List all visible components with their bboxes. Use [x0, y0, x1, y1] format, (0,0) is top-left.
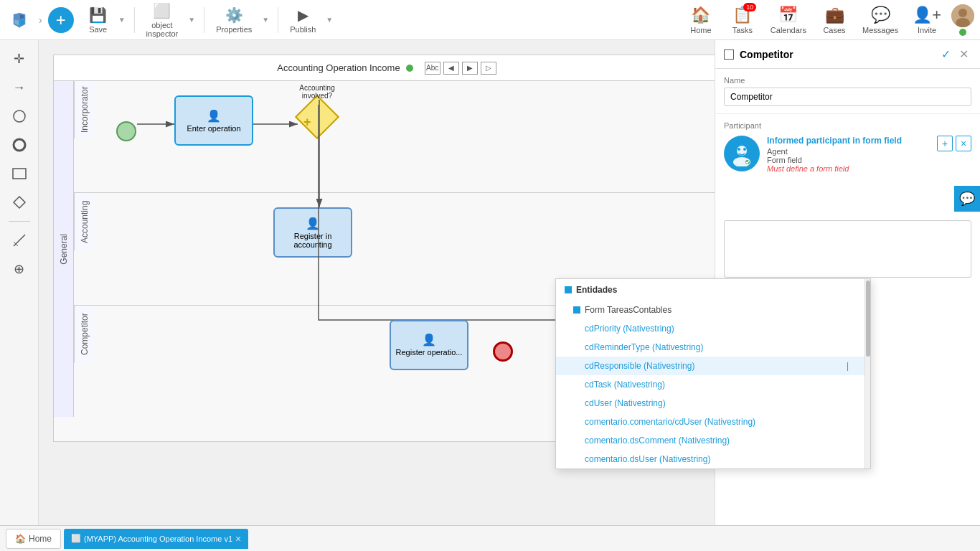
- rp-participant-card: Informed participant in form field Agent…: [724, 136, 971, 173]
- properties-dropdown-arrow: ▼: [262, 16, 269, 24]
- nav-tasks[interactable]: 📋10 Tasks: [725, 3, 760, 37]
- bottom-tab-close[interactable]: ×: [235, 533, 241, 545]
- rp-header: Competitor ✓ ✕: [715, 40, 980, 69]
- save-button[interactable]: 💾 Save: [83, 3, 114, 37]
- svg-rect-5: [13, 169, 26, 179]
- participant-field-label: Form field: [767, 156, 930, 164]
- user-avatar[interactable]: [951, 4, 974, 27]
- rp-description-textarea[interactable]: [724, 220, 971, 278]
- nav-cases[interactable]: 💼 Cases: [816, 3, 852, 37]
- rp-comment-area: 💬: [715, 186, 980, 215]
- bottom-home-button[interactable]: 🏠 Home: [6, 529, 61, 549]
- save-dropdown-arrow: ▼: [118, 16, 126, 24]
- participant-remove-icon[interactable]: ×: [956, 136, 971, 151]
- tool-line[interactable]: [6, 227, 32, 253]
- save-dropdown[interactable]: ▼: [114, 14, 128, 25]
- dm-item-cduser[interactable]: cdUser (Nativestring): [556, 394, 870, 413]
- lane-incorporator: Incorporator: [74, 81, 715, 193]
- participant-error: Must define a form field: [767, 164, 930, 173]
- register-operatio-icon: 👤: [422, 333, 436, 347]
- end-event[interactable]: [493, 342, 513, 362]
- dm-subsection-form[interactable]: Form TareasContables: [556, 301, 870, 319]
- gateway-label: Accounting involved?: [298, 84, 336, 100]
- svg-point-17: [737, 146, 747, 156]
- dropdown-scrollbar-thumb: [866, 281, 870, 357]
- diagram-header-icons: Abc ◀ ▶ ▷: [425, 62, 496, 75]
- properties-dropdown[interactable]: ▼: [258, 14, 272, 25]
- start-event[interactable]: [116, 121, 137, 144]
- rp-cancel-button[interactable]: ✕: [956, 46, 971, 62]
- dm-sub-dot: [573, 306, 580, 314]
- lane-incorporator-content: 👤 Enter operation Accounting involved?: [94, 81, 715, 193]
- cases-icon: 💼: [825, 6, 844, 24]
- dm-item-cdremindertype[interactable]: cdReminderType (Nativestring): [556, 338, 870, 357]
- dm-item-cdpriority[interactable]: cdPriority (Nativestring): [556, 319, 870, 338]
- register-accounting-task[interactable]: 👤 Register in accounting: [273, 207, 352, 258]
- participant-icons: + ×: [937, 136, 971, 151]
- participant-type: Agent: [767, 147, 930, 156]
- nav-home[interactable]: 🏠 Home: [683, 3, 719, 37]
- tool-rectangle[interactable]: [6, 161, 32, 187]
- object-inspector-dropdown-arrow: ▼: [188, 16, 195, 24]
- right-nav: 🏠 Home 📋10 Tasks 📅 Calendars 💼 Cases 💬 M…: [683, 3, 974, 37]
- register-operatio-task[interactable]: 👤 Register operatio...: [390, 320, 468, 370]
- logo[interactable]: [6, 12, 33, 28]
- object-inspector-dropdown[interactable]: ▼: [184, 14, 198, 25]
- object-inspector-group: ⬜ object inspector ▼: [141, 3, 199, 37]
- nav-invite[interactable]: 👤+ Invite: [908, 3, 946, 37]
- user-avatar-area[interactable]: [951, 4, 974, 36]
- comment-button[interactable]: 💬: [954, 186, 980, 212]
- dm-item-dscomment[interactable]: comentario.dsComment (Nativestring): [556, 431, 870, 450]
- dm-item-comentario-cduser[interactable]: comentario.comentario/cdUser (Nativestri…: [556, 413, 870, 431]
- enter-operation-task[interactable]: 👤 Enter operation: [174, 95, 253, 146]
- rp-name-label: Name: [724, 76, 971, 85]
- header-icon-left[interactable]: ◀: [443, 62, 459, 75]
- bottom-home-icon: 🏠: [15, 534, 26, 544]
- tool-move[interactable]: ✛: [6, 46, 32, 72]
- main-toolbar: › + 💾 Save ▼ ⬜ object inspector ▼ ⚙️ Pro…: [0, 0, 980, 40]
- svg-point-1: [958, 9, 967, 17]
- bottom-bar: 🏠 Home ⬜ (MYAPP) Accounting Operation In…: [0, 525, 980, 551]
- rp-name-input[interactable]: [724, 88, 971, 106]
- object-inspector-button[interactable]: ⬜ object inspector: [141, 3, 184, 37]
- add-button[interactable]: +: [48, 7, 74, 33]
- tool-add-shape[interactable]: ⊕: [6, 256, 32, 282]
- bottom-tab-main[interactable]: ⬜ (MYAPP) Accounting Operation Income v1…: [64, 529, 248, 549]
- participant-name: Informed participant in form field: [767, 136, 930, 146]
- rp-name-section: Name: [715, 69, 980, 114]
- enter-operation-icon: 👤: [207, 109, 221, 123]
- participant-avatar: [724, 136, 760, 171]
- tool-diamond[interactable]: [6, 189, 32, 215]
- nav-calendars[interactable]: 📅 Calendars: [766, 3, 811, 37]
- cursor-indicator: |: [847, 361, 849, 371]
- tool-circle-thick[interactable]: [6, 132, 32, 158]
- tool-arrow[interactable]: →: [6, 75, 32, 100]
- dropdown-scrollbar[interactable]: [864, 279, 870, 468]
- svg-line-7: [14, 235, 25, 246]
- properties-icon: ⚙️: [225, 6, 243, 24]
- rp-confirm-button[interactable]: ✓: [938, 46, 953, 62]
- dm-item-wrap-6: comentario.dsComment (Nativestring): [556, 431, 870, 450]
- header-icon-narrow[interactable]: ▷: [481, 62, 496, 75]
- header-icon-right[interactable]: ▶: [462, 62, 478, 75]
- nav-messages[interactable]: 💬 Messages: [858, 3, 903, 37]
- participant-add-icon[interactable]: +: [937, 136, 953, 151]
- header-icon-abc[interactable]: Abc: [425, 62, 440, 75]
- messages-icon: 💬: [871, 6, 890, 24]
- pool-label-col: General: [54, 81, 74, 417]
- gateway-plus: +: [303, 115, 311, 130]
- accounting-gateway[interactable]: [295, 95, 339, 139]
- publish-button[interactable]: ▶ Publish: [284, 3, 321, 37]
- properties-button[interactable]: ⚙️ Properties: [210, 3, 258, 37]
- rp-header-icon: [724, 50, 734, 60]
- arrow-enter-to-gateway: [253, 106, 303, 142]
- dm-item-wrap-0: cdPriority (Nativestring): [556, 319, 870, 338]
- dm-item-cdtask[interactable]: cdTask (Nativestring): [556, 375, 870, 394]
- publish-dropdown[interactable]: ▼: [321, 14, 336, 25]
- publish-dropdown-arrow: ▼: [326, 16, 333, 24]
- dm-item-cdresponsible[interactable]: cdResponsible (Nativestring) |: [556, 357, 870, 375]
- dm-section-entidades[interactable]: Entidades: [556, 279, 870, 301]
- dm-item-dsuser[interactable]: comentario.dsUser (Nativestring): [556, 450, 870, 468]
- tool-circle-empty[interactable]: [6, 103, 32, 129]
- dm-item-wrap-2: cdResponsible (Nativestring) |: [556, 357, 870, 375]
